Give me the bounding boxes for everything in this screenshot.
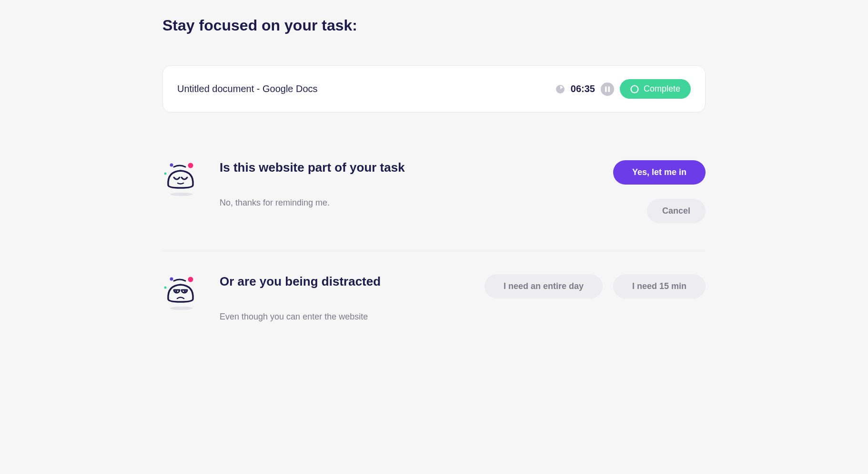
mascot-sleepy-icon [163, 160, 200, 190]
svg-point-11 [184, 290, 186, 292]
section1-sub: No, thanks for reminding me. [220, 198, 602, 208]
svg-point-8 [188, 277, 193, 282]
page-title: Stay focused on your task: [162, 17, 706, 34]
mascot-grumpy [162, 274, 201, 310]
section2-sub: Even though you can enter the website [220, 312, 473, 322]
section-distracted: Or are you being distracted Even though … [162, 274, 706, 350]
task-title: Untitled document - Google Docs [177, 83, 318, 94]
complete-button[interactable]: Complete [620, 79, 691, 99]
complete-label: Complete [644, 84, 680, 94]
task-controls: 06:35 Complete [555, 79, 691, 99]
section1-heading: Is this website part of your task [220, 160, 602, 175]
pause-icon [605, 86, 610, 92]
cancel-button[interactable]: Cancel [647, 199, 706, 223]
section2-heading: Or are you being distracted [220, 274, 473, 289]
need-15-min-button[interactable]: I need 15 min [613, 274, 706, 299]
clock-icon [555, 84, 565, 94]
mascot-sleepy [162, 160, 201, 196]
circle-icon [630, 85, 639, 93]
mascot-shadow [170, 193, 193, 196]
yes-let-me-in-button[interactable]: Yes, let me in [613, 160, 706, 185]
svg-rect-2 [608, 86, 610, 92]
pause-button[interactable] [601, 82, 614, 96]
svg-rect-1 [605, 86, 607, 92]
svg-point-4 [170, 164, 173, 167]
need-entire-day-button[interactable]: I need an entire day [484, 274, 603, 299]
mascot-grumpy-icon [163, 274, 200, 304]
svg-point-7 [170, 278, 173, 281]
svg-point-6 [164, 173, 167, 175]
svg-point-10 [175, 290, 177, 292]
svg-point-5 [188, 163, 193, 168]
section-task-check: Is this website part of your task No, th… [162, 160, 706, 251]
mascot-shadow [170, 307, 193, 310]
task-card: Untitled document - Google Docs 06:35 [162, 65, 706, 113]
svg-point-9 [164, 287, 167, 289]
time-display: 06:35 [571, 83, 595, 94]
svg-point-3 [631, 85, 638, 93]
